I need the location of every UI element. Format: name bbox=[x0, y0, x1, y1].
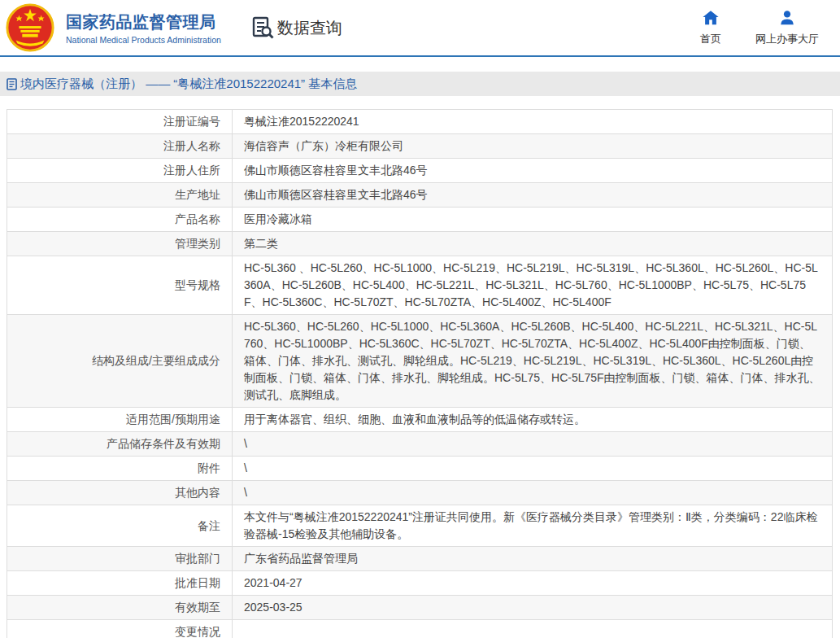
table-row: 型号规格HC-5L360 、HC-5L260、HC-5L1000、HC-5L21… bbox=[7, 256, 833, 315]
table-row: 适用范围/预期用途用于离体器官、组织、细胞、血液和血液制品等的低温储存或转运。 bbox=[7, 408, 833, 432]
table-row: 注册人名称海信容声（广东）冷柜有限公司 bbox=[7, 134, 833, 159]
table-row: 产品名称医用冷藏冰箱 bbox=[7, 208, 833, 232]
site-title: 国家药品监督管理局 bbox=[66, 11, 221, 33]
site-logo[interactable]: 国家药品监督管理局 National Medical Products Admi… bbox=[5, 2, 221, 53]
data-query-nav[interactable]: 数据查询 bbox=[252, 16, 342, 39]
table-row: 管理类别第二类 bbox=[7, 232, 833, 256]
row-value: \ bbox=[233, 457, 833, 481]
table-row: 注册人住所佛山市顺德区容桂容里文丰北路46号 bbox=[7, 159, 833, 183]
home-icon bbox=[702, 9, 720, 27]
row-value bbox=[233, 620, 833, 638]
row-label: 注册人住所 bbox=[7, 159, 233, 183]
row-value: 佛山市顺德区容桂容里文丰北路46号 bbox=[233, 183, 833, 208]
row-value: \ bbox=[233, 432, 833, 457]
row-label: 结构及组成/主要组成成分 bbox=[7, 315, 233, 408]
row-label: 适用范围/预期用途 bbox=[7, 408, 233, 432]
row-label: 批准日期 bbox=[7, 571, 233, 596]
row-label: 有效期至 bbox=[7, 596, 233, 620]
table-row: 批准日期2021-04-27 bbox=[7, 571, 833, 596]
site-header: 国家药品监督管理局 National Medical Products Admi… bbox=[0, 0, 840, 57]
table-row: 变更情况 bbox=[7, 620, 833, 638]
table-row: 备注本文件与“粤械注准20152220241”注册证共同使用。新《医疗器械分类目… bbox=[7, 505, 833, 547]
row-value: HC-5L360 、HC-5L260、HC-5L1000、HC-5L219、HC… bbox=[233, 256, 833, 315]
row-label: 附件 bbox=[7, 457, 233, 481]
page-title: 境内医疗器械（注册） —— “粤械注准20152220241” 基本信息 bbox=[20, 76, 357, 92]
nav-item-home[interactable]: 首页 bbox=[700, 9, 721, 46]
table-row: 产品储存条件及有效期\ bbox=[7, 432, 833, 457]
row-label: 注册人名称 bbox=[7, 134, 233, 159]
row-label: 审批部门 bbox=[7, 547, 233, 571]
row-value: 第二类 bbox=[233, 232, 833, 256]
nav-item-service-hall[interactable]: 网上办事大厅 bbox=[755, 9, 819, 46]
row-label: 注册证编号 bbox=[7, 110, 233, 134]
registration-info-table: 注册证编号粤械注准20152220241 注册人名称海信容声（广东）冷柜有限公司… bbox=[7, 109, 833, 638]
row-label: 产品储存条件及有效期 bbox=[7, 432, 233, 457]
table-row: 有效期至2025-03-25 bbox=[7, 596, 833, 620]
nav-service-hall-label: 网上办事大厅 bbox=[755, 32, 819, 46]
person-icon bbox=[778, 9, 796, 27]
table-row: 审批部门广东省药品监督管理局 bbox=[7, 547, 833, 571]
document-icon bbox=[7, 78, 17, 90]
row-label: 变更情况 bbox=[7, 620, 233, 638]
row-value: 佛山市顺德区容桂容里文丰北路46号 bbox=[233, 159, 833, 183]
row-label: 备注 bbox=[7, 505, 233, 547]
row-value: 2021-04-27 bbox=[233, 571, 833, 596]
row-label: 型号规格 bbox=[7, 256, 233, 315]
site-subtitle: National Medical Products Administration bbox=[66, 35, 221, 45]
nav-home-label: 首页 bbox=[700, 32, 721, 46]
row-label: 其他内容 bbox=[7, 481, 233, 505]
row-value: 海信容声（广东）冷柜有限公司 bbox=[233, 134, 833, 159]
row-value: 用于离体器官、组织、细胞、血液和血液制品等的低温储存或转运。 bbox=[233, 408, 833, 432]
row-value: 医用冷藏冰箱 bbox=[233, 208, 833, 232]
table-row: 生产地址佛山市顺德区容桂容里文丰北路46号 bbox=[7, 183, 833, 208]
row-label: 生产地址 bbox=[7, 183, 233, 208]
data-query-label: 数据查询 bbox=[277, 17, 342, 39]
row-label: 产品名称 bbox=[7, 208, 233, 232]
row-value: 粤械注准20152220241 bbox=[233, 110, 833, 134]
row-value: 广东省药品监督管理局 bbox=[233, 547, 833, 571]
brand-text: 国家药品监督管理局 National Medical Products Admi… bbox=[66, 11, 221, 45]
row-value: 2025-03-25 bbox=[233, 596, 833, 620]
table-row: 其他内容\ bbox=[7, 481, 833, 505]
top-nav: 首页 网上办事大厅 bbox=[700, 9, 819, 46]
row-value: HC-5L360、HC-5L260、HC-5L1000、HC-5L360A、HC… bbox=[233, 315, 833, 408]
table-row: 注册证编号粤械注准20152220241 bbox=[7, 110, 833, 134]
row-value: 本文件与“粤械注准20152220241”注册证共同使用。新《医疗器械分类目录》… bbox=[233, 505, 833, 547]
national-emblem-icon bbox=[5, 2, 55, 53]
table-row: 结构及组成/主要组成成分HC-5L360、HC-5L260、HC-5L1000、… bbox=[7, 315, 833, 408]
breadcrumb-bar: 境内医疗器械（注册） —— “粤械注准20152220241” 基本信息 bbox=[0, 72, 840, 96]
document-search-icon bbox=[252, 16, 274, 39]
table-row: 附件\ bbox=[7, 457, 833, 481]
row-value: \ bbox=[233, 481, 833, 505]
row-label: 管理类别 bbox=[7, 232, 233, 256]
